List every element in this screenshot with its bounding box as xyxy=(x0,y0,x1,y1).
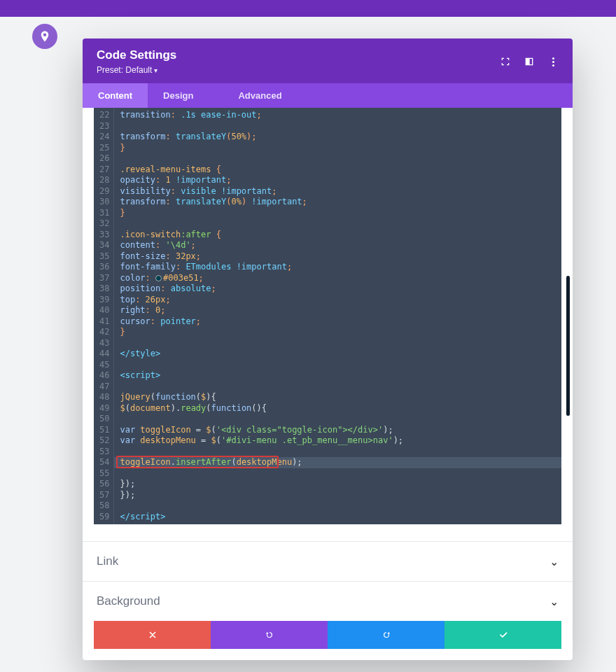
footer-actions xyxy=(94,621,561,649)
close-button[interactable] xyxy=(94,621,211,649)
tab-content[interactable]: Content xyxy=(83,83,148,108)
code-content[interactable]: transition: .1s ease-in-out;transform: t… xyxy=(114,108,561,524)
section-link[interactable]: Link ⌄ xyxy=(83,541,573,581)
module-badge-icon xyxy=(32,24,57,49)
redo-button[interactable] xyxy=(328,621,444,649)
redo-icon xyxy=(382,630,391,640)
tab-advanced[interactable]: Advanced xyxy=(223,83,297,108)
snap-icon[interactable] xyxy=(524,56,535,67)
section-background[interactable]: Background ⌄ xyxy=(83,581,573,621)
undo-icon xyxy=(265,630,274,640)
section-background-label: Background xyxy=(97,594,160,608)
chevron-down-icon: ⌄ xyxy=(550,595,559,608)
line-number-gutter: 2223242526272829303132333435363738394041… xyxy=(94,108,114,524)
save-button[interactable] xyxy=(444,621,561,649)
panel-header: Code Settings Preset: Default▾ xyxy=(83,38,573,83)
app-top-bar xyxy=(0,0,616,17)
code-settings-panel: Code Settings Preset: Default▾ Content D… xyxy=(83,38,573,660)
scrollbar-thumb[interactable] xyxy=(566,276,570,416)
expand-icon[interactable] xyxy=(500,56,511,67)
preset-label: Preset: Default xyxy=(97,65,152,75)
chevron-down-icon: ⌄ xyxy=(550,555,559,568)
check-icon xyxy=(498,630,508,640)
preset-selector[interactable]: Preset: Default▾ xyxy=(97,65,176,75)
close-icon xyxy=(148,630,158,640)
kebab-menu-icon[interactable] xyxy=(547,56,559,67)
section-link-label: Link xyxy=(97,554,118,568)
chevron-down-icon: ▾ xyxy=(154,66,158,74)
tab-design[interactable]: Design xyxy=(148,83,209,108)
code-editor[interactable]: 2223242526272829303132333435363738394041… xyxy=(94,108,561,524)
undo-button[interactable] xyxy=(211,621,328,649)
panel-title: Code Settings xyxy=(97,48,176,62)
panel-tabs: Content Design Advanced xyxy=(83,83,573,108)
